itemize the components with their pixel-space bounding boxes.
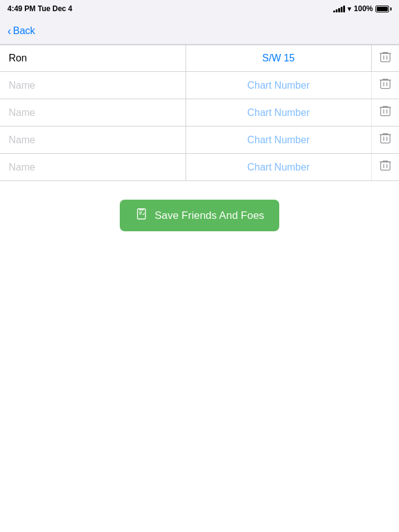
delete-button[interactable] [372, 126, 399, 153]
delete-button[interactable] [372, 72, 399, 99]
status-bar: 4:49 PM Tue Dec 4 ▾ 100% [0, 0, 399, 17]
chevron-left-icon: ‹ [7, 25, 11, 37]
svg-rect-4 [381, 80, 390, 88]
table-row: NameChart Number [0, 72, 399, 99]
nav-bar: ‹ Back [0, 17, 399, 45]
save-button-container: Save Friends And Foes [0, 200, 399, 231]
wifi-icon: ▾ [347, 5, 351, 13]
save-icon [135, 207, 148, 224]
svg-rect-12 [381, 135, 390, 143]
name-cell[interactable]: Name [0, 154, 186, 180]
status-time-date: 4:49 PM Tue Dec 4 [7, 4, 73, 13]
trash-icon [379, 104, 392, 121]
chart-number-cell[interactable]: Chart Number [186, 126, 372, 153]
battery-icon [375, 6, 392, 12]
name-cell[interactable]: Name [0, 72, 186, 99]
name-cell[interactable]: Name [0, 126, 186, 153]
name-cell[interactable]: Name [0, 99, 186, 126]
svg-rect-8 [381, 107, 390, 115]
table-row: NameChart Number [0, 126, 399, 154]
delete-button[interactable] [372, 99, 399, 126]
back-button[interactable]: ‹ Back [7, 25, 35, 37]
delete-button[interactable] [372, 45, 399, 71]
back-label: Back [13, 25, 35, 37]
battery-percent: 100% [354, 4, 373, 13]
chart-number-cell[interactable]: Chart Number [186, 154, 372, 180]
chart-number-cell[interactable]: Chart Number [186, 99, 372, 126]
table-row: RonS/W 15 [0, 45, 399, 72]
status-indicators: ▾ 100% [333, 4, 392, 13]
table-row: NameChart Number [0, 154, 399, 181]
table-row: NameChart Number [0, 99, 399, 126]
delete-button[interactable] [372, 154, 399, 180]
trash-icon [379, 159, 392, 175]
friends-foes-table: RonS/W 15 NameChart Number [0, 45, 399, 181]
svg-rect-16 [381, 162, 390, 170]
name-cell[interactable]: Ron [0, 45, 186, 71]
svg-rect-0 [381, 53, 390, 61]
trash-icon [379, 77, 392, 94]
signal-icon [333, 5, 345, 12]
chart-number-cell[interactable]: Chart Number [186, 72, 372, 99]
save-button[interactable]: Save Friends And Foes [120, 200, 279, 231]
trash-icon [379, 131, 392, 148]
save-label: Save Friends And Foes [155, 210, 264, 222]
trash-icon [379, 50, 392, 67]
chart-number-cell[interactable]: S/W 15 [186, 45, 372, 71]
